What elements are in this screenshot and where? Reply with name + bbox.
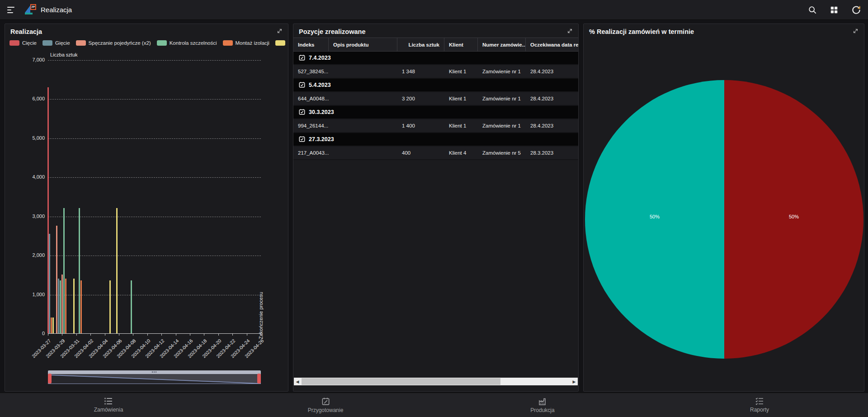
bar-sp-czanie-pojedy-cze-x2-[interactable] bbox=[56, 226, 57, 333]
column-header-4[interactable]: Klient bbox=[444, 38, 478, 51]
expand-icon[interactable] bbox=[567, 28, 573, 36]
slider-window[interactable] bbox=[48, 374, 261, 384]
bar-kontrola-szczelno-ci[interactable] bbox=[131, 280, 132, 333]
y-axis-title: Liczba sztuk bbox=[50, 52, 78, 57]
bar-gi-cie[interactable] bbox=[58, 279, 59, 333]
nav-label: Produkcja bbox=[530, 407, 554, 413]
bar-monta-izolacji[interactable] bbox=[51, 317, 52, 333]
bar-kontrola-szczelno-ci[interactable] bbox=[79, 208, 80, 333]
y-tick-label: 1,000 bbox=[5, 292, 45, 297]
bar-monta-izolacji[interactable] bbox=[65, 279, 66, 333]
legend-item-5[interactable]: Montaż izolacji bbox=[223, 40, 269, 46]
table-group-row[interactable]: 7.4.2023 bbox=[293, 52, 578, 65]
x-tick-mark bbox=[133, 334, 133, 336]
nav-label: Raporty bbox=[750, 407, 769, 413]
expand-icon[interactable] bbox=[277, 28, 283, 36]
scroll-right-icon[interactable]: ▶ bbox=[571, 378, 578, 385]
table-cell-4: Klient 1 bbox=[444, 123, 478, 128]
nav-item-produkcja[interactable]: Produkcja bbox=[434, 393, 651, 417]
nav-item-raporty[interactable]: Raporty bbox=[651, 393, 868, 417]
legend-item-6[interactable]: Pakc bbox=[275, 40, 288, 46]
search-icon[interactable] bbox=[807, 5, 817, 15]
scrollbar-thumb[interactable] bbox=[302, 378, 500, 385]
column-header-6[interactable]: Oczekiwana data rea bbox=[526, 38, 579, 51]
legend-swatch bbox=[157, 40, 167, 46]
bar-kontrola-szczelno-ci[interactable] bbox=[60, 280, 61, 333]
table-cell-6: 28.4.2023 bbox=[526, 123, 579, 128]
column-header-3[interactable]: Liczba sztuk bbox=[397, 38, 444, 51]
slider-handle-right[interactable] bbox=[257, 374, 261, 384]
x-tick-mark bbox=[176, 334, 176, 336]
table-row[interactable]: 994_26144...1 400Klient 1Zamówienie nr 1… bbox=[293, 119, 578, 133]
app-logo: ZP bbox=[24, 4, 36, 16]
y-tick-label: 7,000 bbox=[5, 57, 45, 62]
refresh-icon[interactable] bbox=[851, 5, 861, 15]
legend-item-4[interactable]: Kontrola szczelności bbox=[157, 40, 217, 46]
slider-preview bbox=[48, 374, 260, 384]
time-range-slider[interactable] bbox=[48, 370, 261, 384]
factory-icon bbox=[538, 397, 547, 406]
x-tick-mark bbox=[190, 334, 190, 336]
table-row[interactable]: 527_38245...1 348Klient 1Zamówienie nr 1… bbox=[293, 65, 578, 79]
nav-item-zamowienia[interactable]: Zamówienia bbox=[0, 393, 217, 417]
calendar-check-icon bbox=[299, 109, 305, 116]
top-app-bar: ZP Realizacja bbox=[0, 0, 868, 20]
column-header-2[interactable]: Opis produktu bbox=[329, 38, 397, 51]
gridline bbox=[48, 99, 261, 100]
legend-swatch bbox=[42, 40, 52, 46]
table-group-row[interactable]: 5.4.2023 bbox=[293, 79, 578, 92]
group-date: 7.4.2023 bbox=[309, 55, 331, 61]
legend-label: Gięcie bbox=[55, 40, 70, 46]
legend-item-2[interactable]: Gięcie bbox=[42, 40, 70, 46]
page-title: Realizacja bbox=[41, 6, 72, 14]
horizontal-scrollbar[interactable]: ◀ ▶ bbox=[294, 378, 578, 385]
column-header-5[interactable]: Numer zamówie... bbox=[478, 38, 526, 51]
table-cell-3: 1 348 bbox=[397, 69, 444, 74]
slider-handle-left[interactable] bbox=[48, 374, 52, 384]
x-tick-mark bbox=[247, 334, 247, 336]
pie-chart[interactable]: 50%50% bbox=[585, 80, 863, 359]
x-tick-mark bbox=[76, 334, 77, 336]
x-tick-mark bbox=[147, 334, 148, 336]
nav-label: Przygotowanie bbox=[308, 407, 344, 413]
legend-item-3[interactable]: Spęczanie pojedyńcze (x2) bbox=[76, 40, 151, 46]
bar-pakowanie[interactable] bbox=[73, 279, 75, 333]
x-tick-mark bbox=[90, 334, 91, 336]
legend-label: Kontrola szczelności bbox=[170, 40, 217, 46]
apps-grid-icon[interactable] bbox=[829, 5, 839, 15]
nav-item-przygotowanie[interactable]: Przygotowanie bbox=[217, 393, 434, 417]
x-tick-mark bbox=[161, 334, 162, 336]
legend-item-1[interactable]: Cięcie bbox=[9, 40, 37, 46]
legend-swatch bbox=[223, 40, 233, 46]
table-cell-3: 3 200 bbox=[397, 96, 444, 101]
slider-track[interactable] bbox=[48, 370, 261, 374]
expand-icon[interactable] bbox=[853, 28, 859, 36]
table-row[interactable]: 644_A0048...3 200Klient 1Zamówienie nr 1… bbox=[293, 92, 578, 106]
bar-monta-izolacji[interactable] bbox=[80, 280, 82, 333]
table-cell-6: 28.4.2023 bbox=[526, 69, 579, 74]
nav-label: Zamówienia bbox=[94, 407, 123, 413]
table-header-row: IndeksOpis produktuLiczba sztukKlientNum… bbox=[293, 38, 578, 52]
column-header-1[interactable]: Indeks bbox=[293, 38, 329, 51]
bar-gi-cie[interactable] bbox=[49, 234, 50, 333]
slider-grip-icon[interactable] bbox=[152, 371, 157, 373]
bar-kontrola-szczelno-ci[interactable] bbox=[63, 208, 65, 333]
x-tick-mark bbox=[105, 334, 105, 336]
panel-realizacja-chart: Realizacja CięcieGięcieSpęczanie pojedyń… bbox=[5, 24, 288, 392]
table-group-row[interactable]: 30.3.2023 bbox=[293, 106, 578, 119]
menu-icon[interactable] bbox=[7, 7, 16, 13]
group-date: 5.4.2023 bbox=[309, 82, 331, 88]
table-cell-5: Zamówienie nr 5 bbox=[478, 150, 526, 156]
bar-pakowanie[interactable] bbox=[116, 208, 118, 333]
y-tick-label: 2,000 bbox=[5, 252, 45, 258]
bar-pakowanie[interactable] bbox=[52, 317, 54, 333]
bar-pakowanie[interactable] bbox=[109, 280, 111, 333]
bar-chart[interactable]: Liczba sztuk Zakończenie procesu 7,0006,… bbox=[5, 49, 288, 391]
checklist-icon bbox=[755, 397, 764, 405]
scroll-left-icon[interactable]: ◀ bbox=[294, 378, 301, 385]
x-tick-mark bbox=[261, 334, 261, 336]
table-cell-6: 28.3.2023 bbox=[526, 150, 579, 156]
x-tick-mark bbox=[218, 334, 219, 336]
table-group-row[interactable]: 27.3.2023 bbox=[293, 133, 578, 147]
table-row[interactable]: 217_A0043...400Klient 4Zamówienie nr 528… bbox=[293, 147, 578, 160]
